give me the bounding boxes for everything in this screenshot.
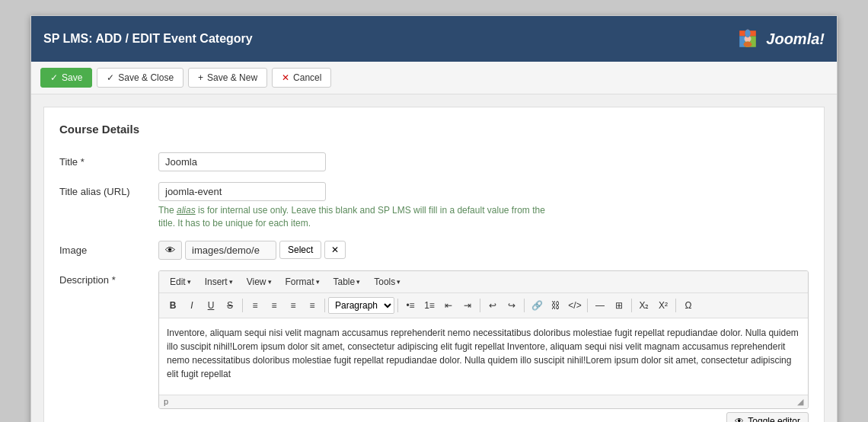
joomla-logo-text: Joomla! bbox=[766, 30, 825, 48]
editor-menu-view[interactable]: View ▾ bbox=[241, 274, 278, 289]
description-label: Description * bbox=[59, 270, 158, 286]
strikethrough-button[interactable]: S bbox=[221, 296, 239, 315]
cancel-button[interactable]: ✕ Cancel bbox=[272, 68, 331, 88]
subscript-button[interactable]: X₂ bbox=[635, 296, 653, 315]
title-bar: SP LMS: ADD / EDIT Event Category bbox=[31, 16, 837, 62]
save-check-icon: ✓ bbox=[50, 72, 58, 83]
toggle-editor-button[interactable]: 👁 Toggle editor bbox=[726, 412, 809, 422]
toolbar-sep-5 bbox=[524, 299, 525, 312]
clear-x-icon: ✕ bbox=[331, 245, 339, 255]
alias-help-text: The alias is for internal use only. Leav… bbox=[158, 204, 554, 230]
image-field-group: Image 👁 images/demo/e Select ✕ bbox=[59, 241, 809, 260]
indent-button[interactable]: ⇥ bbox=[458, 296, 477, 315]
save-close-label: Save & Close bbox=[118, 72, 174, 83]
save-new-label: Save & New bbox=[207, 72, 257, 83]
toggle-editor-label: Toggle editor bbox=[748, 416, 800, 422]
toolbar-sep-3 bbox=[397, 299, 398, 312]
editor-paragraph: Inventore, aliquam sequi nisi velit magn… bbox=[167, 326, 800, 381]
insert-dropdown-arrow: ▾ bbox=[229, 278, 233, 286]
editor-status-tag: p bbox=[164, 397, 168, 407]
alias-field-group: Title alias (URL) The alias is for inter… bbox=[59, 182, 809, 230]
code-button[interactable]: </> bbox=[566, 296, 584, 315]
joomla-logo: Joomla! bbox=[734, 25, 825, 53]
format-dropdown-arrow: ▾ bbox=[316, 278, 320, 286]
save-button[interactable]: ✓ Save bbox=[40, 68, 92, 88]
editor-menu-table[interactable]: Table ▾ bbox=[327, 274, 367, 289]
toolbar-sep-8 bbox=[675, 299, 676, 312]
toolbar-sep-6 bbox=[587, 299, 588, 312]
svg-point-3 bbox=[745, 29, 751, 37]
outdent-button[interactable]: ⇤ bbox=[439, 296, 458, 315]
toolbar: ✓ Save ✓ Save & Close + Save & New ✕ Can… bbox=[31, 62, 837, 94]
eye-icon: 👁 bbox=[165, 245, 175, 256]
align-justify-button[interactable]: ≡ bbox=[303, 296, 321, 315]
image-select-button[interactable]: Select bbox=[279, 241, 321, 259]
title-field-group: Title * bbox=[59, 152, 809, 171]
editor-menu-edit[interactable]: Edit ▾ bbox=[164, 274, 197, 289]
toggle-editor-row: 👁 Toggle editor bbox=[158, 412, 809, 422]
save-label: Save bbox=[62, 72, 82, 83]
editor-status-bar: p ◢ bbox=[159, 395, 808, 408]
link-button[interactable]: 🔗 bbox=[528, 296, 546, 315]
save-new-button[interactable]: + Save & New bbox=[188, 68, 267, 88]
image-preview-button[interactable]: 👁 bbox=[158, 241, 182, 260]
align-right-button[interactable]: ≡ bbox=[284, 296, 302, 315]
toggle-editor-eye-icon: 👁 bbox=[735, 416, 744, 422]
undo-button[interactable]: ↩ bbox=[483, 296, 502, 315]
italic-button[interactable]: I bbox=[183, 296, 201, 315]
align-left-button[interactable]: ≡ bbox=[246, 296, 264, 315]
content-area: Course Details Title * Title alias (URL)… bbox=[43, 107, 825, 422]
toolbar-sep-2 bbox=[324, 299, 325, 312]
editor-content-area[interactable]: Inventore, aliquam sequi nisi velit magn… bbox=[159, 318, 808, 395]
image-label: Image bbox=[59, 241, 158, 256]
main-window: SP LMS: ADD / EDIT Event Category bbox=[30, 15, 838, 422]
save-close-button[interactable]: ✓ Save & Close bbox=[97, 68, 183, 88]
alias-input[interactable] bbox=[158, 182, 326, 201]
description-field-group: Description * Edit ▾ Insert ▾ View ▾ For… bbox=[59, 270, 809, 422]
editor-menu-tools[interactable]: Tools ▾ bbox=[368, 274, 407, 289]
editor-text: Inventore, aliquam sequi nisi velit magn… bbox=[167, 328, 799, 379]
section-title: Course Details bbox=[59, 123, 809, 140]
editor-resize-handle[interactable]: ◢ bbox=[797, 397, 803, 407]
editor-menu-format[interactable]: Format ▾ bbox=[279, 274, 326, 289]
alias-italic: alias bbox=[177, 205, 196, 216]
view-dropdown-arrow: ▾ bbox=[268, 278, 272, 286]
toolbar-sep-1 bbox=[242, 299, 243, 312]
superscript-button[interactable]: X² bbox=[654, 296, 672, 315]
toolbar-sep-4 bbox=[480, 299, 480, 312]
cancel-label: Cancel bbox=[293, 72, 321, 83]
special-chars-button[interactable]: Ω bbox=[679, 296, 697, 315]
editor-menu-insert[interactable]: Insert ▾ bbox=[199, 274, 239, 289]
cancel-x-icon: ✕ bbox=[282, 72, 289, 83]
image-path-display: images/demo/e bbox=[185, 241, 276, 260]
save-new-plus-icon: + bbox=[198, 72, 203, 83]
paragraph-style-select[interactable]: Paragraph Heading 1 Heading 2 bbox=[328, 297, 394, 314]
title-label: Title * bbox=[59, 152, 158, 168]
align-center-button[interactable]: ≡ bbox=[265, 296, 283, 315]
table-dropdown-arrow: ▾ bbox=[356, 278, 360, 286]
bold-button[interactable]: B bbox=[164, 296, 182, 315]
edit-dropdown-arrow: ▾ bbox=[187, 278, 191, 286]
window-title: SP LMS: ADD / EDIT Event Category bbox=[43, 32, 253, 46]
select-label: Select bbox=[288, 245, 313, 255]
redo-button[interactable]: ↪ bbox=[503, 296, 521, 315]
table-button[interactable]: ⊞ bbox=[610, 296, 628, 315]
title-input[interactable] bbox=[158, 152, 326, 171]
unlink-button[interactable]: ⛓ bbox=[547, 296, 565, 315]
alias-label: Title alias (URL) bbox=[59, 182, 158, 197]
underline-button[interactable]: U bbox=[202, 296, 220, 315]
svg-point-4 bbox=[744, 42, 752, 47]
joomla-logo-icon bbox=[734, 25, 761, 53]
editor-toolbar: B I U S ≡ ≡ ≡ ≡ Paragraph Heading 1 bbox=[159, 293, 808, 318]
editor-menubar: Edit ▾ Insert ▾ View ▾ Format ▾ Table ▾ … bbox=[159, 271, 808, 293]
toolbar-sep-7 bbox=[631, 299, 632, 312]
tools-dropdown-arrow: ▾ bbox=[397, 278, 400, 286]
ordered-list-button[interactable]: 1≡ bbox=[420, 296, 439, 315]
hr-button[interactable]: — bbox=[591, 296, 609, 315]
image-controls: 👁 images/demo/e Select ✕ bbox=[158, 241, 346, 260]
editor: Edit ▾ Insert ▾ View ▾ Format ▾ Table ▾ … bbox=[158, 270, 809, 409]
bullet-list-button[interactable]: •≡ bbox=[401, 296, 420, 315]
description-editor-wrapper: Edit ▾ Insert ▾ View ▾ Format ▾ Table ▾ … bbox=[158, 270, 809, 422]
image-clear-button[interactable]: ✕ bbox=[324, 241, 346, 259]
save-close-check-icon: ✓ bbox=[107, 72, 114, 83]
